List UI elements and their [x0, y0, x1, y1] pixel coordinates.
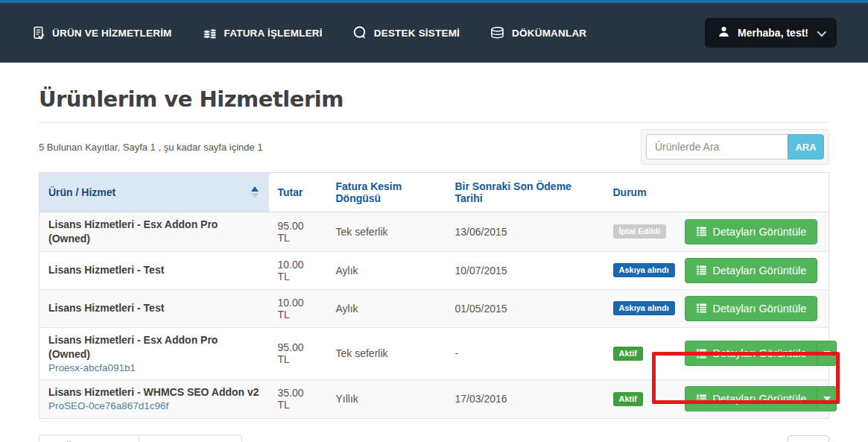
per-page-select[interactable]: 50: [788, 435, 829, 442]
view-details-button[interactable]: Detayları Görüntüle: [685, 258, 818, 283]
table-header-row: Ürün / Hizmet Tutar Fatura Kesim Döngüsü…: [39, 173, 829, 212]
product-name: Lisans Hizmetleri - Esx Addon Pro (Owned…: [48, 218, 260, 246]
column-header-due-date[interactable]: Bir Sonraki Son Ödeme Tarihi: [446, 173, 604, 212]
search-button[interactable]: ARA: [788, 134, 824, 160]
search-box: ARA: [641, 129, 829, 165]
column-header-status[interactable]: Durum: [604, 173, 676, 212]
status-badge: Aktif: [613, 347, 643, 361]
product-amount: 10.00 TL: [269, 251, 327, 289]
invoice-check-icon: [31, 26, 45, 40]
view-details-button[interactable]: Detayları Görüntüle: [685, 219, 818, 244]
table-icon: [696, 226, 707, 237]
chat-icon: [352, 25, 367, 40]
chevron-down-icon: [817, 27, 827, 37]
status-badge: Aktif: [613, 392, 643, 406]
next-page-button[interactable]: Sonraki Sayfa →: [139, 435, 242, 442]
prev-page-button[interactable]: ← Önceki Sayfa: [39, 435, 139, 442]
table-row: Lisans Hizmetleri - Test 10.00 TL Aylık …: [39, 251, 829, 289]
caret-down-icon: [823, 351, 831, 356]
per-page-control: Her Sayfada Göster: 50: [686, 435, 829, 442]
table-icon: [696, 265, 707, 276]
product-name: Lisans Hizmetleri - Esx Addon Pro (Owned…: [48, 333, 260, 362]
product-cycle: Tek seferlik: [327, 212, 446, 252]
status-badge: Askıya alındı: [613, 263, 675, 277]
toolbar: 5 Bulunan Kayıtlar, Sayfa 1 , şu kadar s…: [39, 129, 829, 165]
product-name: Lisans Hizmetleri - Test: [48, 263, 260, 277]
details-dropdown-toggle[interactable]: [817, 341, 837, 366]
nav-item-label: FATURA İŞLEMLERİ: [224, 28, 323, 39]
title-divider: [39, 122, 829, 123]
product-due-date: 01/05/2015: [446, 289, 604, 327]
product-amount: 35.00 TL: [269, 380, 327, 418]
view-details-button[interactable]: Detayları Görüntüle: [685, 296, 818, 321]
main-navbar: ÜRÜN VE HİZMETLERİM FATURA İŞLEMLERİ DES…: [0, 3, 868, 63]
table-row: Lisans Hizmetleri - Esx Addon Pro (Owned…: [39, 327, 829, 379]
column-header-product[interactable]: Ürün / Hizmet: [39, 173, 269, 212]
product-cycle: Aylık: [327, 289, 446, 327]
table-row: Lisans Hizmetleri - Esx Addon Pro (Owned…: [39, 212, 829, 252]
product-due-date: 10/07/2015: [446, 251, 604, 289]
product-name: Lisans Hizmetleri - WHMCS SEO Addon v2: [48, 385, 260, 400]
footer: ← Önceki Sayfa Sonraki Sayfa → Her Sayfa…: [39, 435, 829, 442]
product-due-date: 13/06/2015: [446, 212, 604, 252]
nav-menu: ÜRÜN VE HİZMETLERİM FATURA İŞLEMLERİ DES…: [31, 25, 586, 40]
nav-item-documents[interactable]: DÖKÜMANLAR: [490, 26, 586, 40]
table-icon: [696, 303, 707, 314]
user-menu-label: Merhaba, test!: [738, 27, 808, 39]
product-name: Lisans Hizmetleri - Test: [48, 301, 260, 315]
sort-icon[interactable]: [251, 186, 259, 198]
product-code-link[interactable]: ProSEO-0ce76a867d1c96f: [48, 400, 260, 413]
product-amount: 95.00 TL: [269, 212, 327, 252]
view-details-label: Detayları Görüntüle: [713, 265, 807, 277]
column-header-actions: [676, 173, 829, 212]
nav-item-label: ÜRÜN VE HİZMETLERİM: [52, 28, 172, 39]
product-code-link[interactable]: Proesx-abcfa091b1: [48, 362, 260, 375]
product-cycle: Tek seferlik: [327, 327, 446, 379]
table-icon: [696, 394, 707, 405]
table-row: Lisans Hizmetleri - Test 10.00 TL Aylık …: [39, 289, 829, 327]
caret-down-icon: [823, 397, 831, 401]
product-cycle: Aylık: [327, 251, 446, 289]
products-table: Ürün / Hizmet Tutar Fatura Kesim Döngüsü…: [39, 172, 829, 419]
records-summary: 5 Bulunan Kayıtlar, Sayfa 1 , şu kadar s…: [39, 142, 263, 153]
page-title: Ürünlerim ve Hizmetlerim: [39, 86, 829, 112]
view-details-label: Detayları Görüntüle: [713, 303, 807, 315]
search-input[interactable]: [646, 134, 788, 160]
coins-icon: [202, 26, 218, 40]
user-menu-button[interactable]: Merhaba, test!: [705, 18, 837, 48]
column-header-label: Ürün / Hizmet: [48, 186, 115, 198]
product-amount: 95.00 TL: [269, 327, 327, 379]
user-icon: [717, 25, 730, 40]
product-due-date: 17/03/2016: [446, 380, 604, 418]
status-badge: Askıya alındı: [613, 301, 675, 315]
details-dropdown-toggle[interactable]: [817, 386, 837, 411]
view-details-button[interactable]: Detayları Görüntüle: [685, 386, 817, 411]
product-amount: 10.00 TL: [269, 289, 327, 327]
nav-item-support[interactable]: DESTEK SİSTEMİ: [352, 25, 460, 40]
view-details-label: Detayları Görüntüle: [713, 226, 807, 238]
pagination: ← Önceki Sayfa Sonraki Sayfa →: [39, 435, 242, 442]
product-due-date: -: [446, 327, 604, 379]
column-header-cycle[interactable]: Fatura Kesim Döngüsü: [327, 173, 446, 212]
nav-item-label: DÖKÜMANLAR: [512, 28, 586, 39]
table-icon: [696, 348, 707, 359]
view-details-label: Detayları Görüntüle: [713, 347, 807, 359]
view-details-label: Detayları Görüntüle: [713, 393, 807, 405]
database-icon: [490, 26, 505, 40]
table-row: Lisans Hizmetleri - WHMCS SEO Addon v2Pr…: [39, 380, 829, 418]
nav-item-invoices[interactable]: FATURA İŞLEMLERİ: [202, 26, 323, 40]
nav-item-label: DESTEK SİSTEMİ: [374, 28, 460, 39]
nav-item-products[interactable]: ÜRÜN VE HİZMETLERİM: [31, 26, 172, 40]
view-details-button[interactable]: Detayları Görüntüle: [685, 341, 817, 366]
product-cycle: Yıllık: [327, 380, 446, 418]
status-badge: İptal Edildi: [613, 224, 667, 239]
column-header-amount[interactable]: Tutar: [269, 173, 327, 212]
